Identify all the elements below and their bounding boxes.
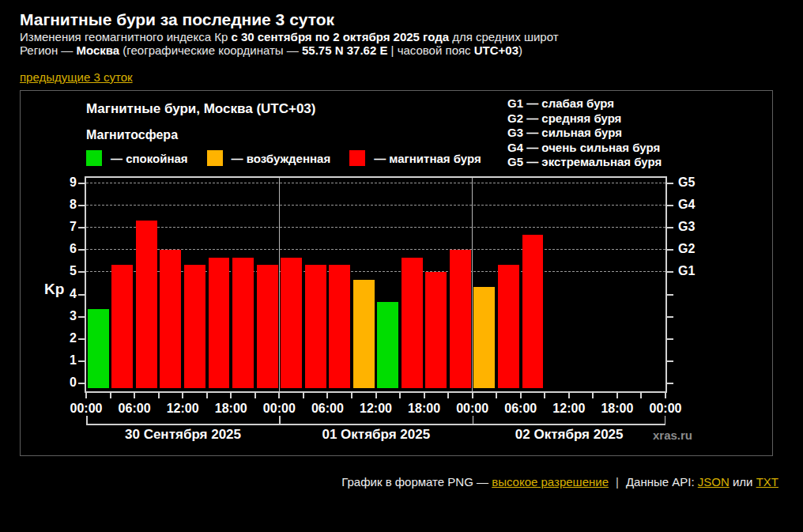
high-resolution-link[interactable]: высокое разрешение [492,475,609,489]
x-axis-tick [520,393,522,398]
g-scale-legend: G1 — слабая буряG2 — средняя буряG3 — си… [507,96,662,170]
gridline-kp-7 [86,227,665,228]
x-axis-time-label: 12:00 [545,402,593,416]
x-axis-tick [592,393,594,398]
day-separator-line [472,178,473,391]
watermark: xras.ru [629,428,716,442]
g-scale-legend-item: G2 — средняя буря [507,111,662,126]
x-axis-tick [399,393,401,398]
kp-bar [88,309,109,388]
region-prefix: Регион — [20,43,77,57]
quiet-color-swatch [86,150,102,166]
y-axis-tick-label: 9 [58,175,77,190]
kp-bar [160,250,181,388]
x-axis-tick [85,393,87,398]
x-axis-tick [568,393,570,398]
kp-bar [305,265,326,388]
kp-bar [425,272,447,388]
or-text: или [729,475,756,489]
kp-bar [257,265,278,388]
x-axis-tick [665,393,666,398]
day-bracket-tick [665,416,666,424]
x-axis-time-label: 06:00 [303,402,351,416]
subtitle-line: Изменения геомагнитного индекса Кр с 30 … [20,30,783,43]
x-axis-tick [182,393,183,398]
x-axis-tick [110,393,111,398]
kp-bar [136,221,157,388]
y-axis-tick [78,227,85,228]
day-bracket-line [86,424,665,425]
y-axis-right-tick [667,294,673,296]
kp-bar [111,265,133,388]
y-axis-right-tick [667,249,673,251]
kp-bar [377,302,398,388]
x-axis-time-label: 12:00 [352,402,400,416]
x-axis-time-label: 06:00 [111,402,158,416]
status-legend: — спокойная— возбужденная— магнитная бур… [86,150,500,166]
y-axis-right-tick [667,383,673,384]
excited-color-swatch [207,150,223,166]
legend-label: — магнитная буря [374,152,481,165]
gridline-kp-9 [86,183,665,183]
day-bracket-tick [86,416,88,424]
region-coords-prefix: (географические координаты — [119,43,302,57]
y-axis-tick [78,360,85,362]
x-axis-tick [496,393,497,398]
y-axis-right-tick [667,316,673,318]
region-close: ) [518,43,522,57]
x-axis-tick [351,393,352,398]
y-axis-tick [78,205,85,206]
gridline-kp-8 [86,205,665,206]
g-level-label: G1 [678,264,695,278]
kp-bar [522,235,544,388]
legend-label: — возбужденная [232,152,331,165]
y-axis-tick [78,183,85,184]
y-axis-tick-label: 2 [58,331,77,345]
y-axis-tick-label: 0 [58,375,77,390]
x-axis-tick [472,393,473,398]
x-axis-tick [134,393,135,398]
kp-bar [450,250,471,388]
kp-bar [473,287,495,388]
previous-3-days-link[interactable]: предыдущие 3 суток [20,70,133,84]
kp-bar [184,265,205,388]
plot-area: 0123456789G5G4G3G2G100:0006:0012:0018:00… [85,176,667,393]
subtitle-suffix: для средних широт [449,30,559,43]
x-axis-tick [640,393,642,398]
y-axis-tick-label: 1 [58,353,77,368]
legend-item-excited: — возбужденная [207,150,331,166]
y-axis-tick-label: 6 [58,242,77,256]
legend-label: — спокойная [111,152,188,165]
page: Магнитные бури за последние 3 суток Изме… [0,0,803,489]
y-axis-tick-label: 4 [58,287,77,301]
kp-bar [498,265,519,388]
json-api-link[interactable]: JSON [698,475,729,489]
x-axis-time-label: 18:00 [207,402,254,416]
subtitle-period: с 30 сентября по 2 октября 2025 года [231,30,449,43]
g-scale-legend-item: G3 — сильная буря [507,126,662,141]
txt-api-link[interactable]: TXT [756,475,778,489]
x-axis-time-label: 18:00 [594,402,641,416]
x-axis-tick [326,393,328,398]
x-axis-tick [375,393,377,398]
y-axis-tick [78,294,85,296]
y-axis-tick-label: 5 [58,264,77,278]
y-axis-right-tick [667,183,673,184]
y-axis-right-tick [667,227,673,228]
kp-bar [329,265,350,388]
y-axis-right-tick [667,205,673,206]
date-label: 30 Сентября 2025 [86,427,280,443]
y-axis-tick [78,383,85,384]
x-axis-time-label: 00:00 [449,402,496,416]
magnetic-storm-chart: Магнитные бури, Москва (UTC+03) Магнитос… [20,90,773,456]
g-scale-legend-item: G1 — слабая буря [507,96,662,111]
x-axis-tick [303,393,304,398]
kp-bar [232,258,254,388]
kp-bar [353,280,375,388]
g-level-label: G5 [678,175,695,190]
region-tz-prefix: | часовой пояс [387,43,473,57]
footer-separator: | [616,475,619,489]
png-format-text: График в формате PNG — [341,475,492,489]
kp-bar [281,258,302,388]
legend-item-storm: — магнитная буря [349,150,481,166]
